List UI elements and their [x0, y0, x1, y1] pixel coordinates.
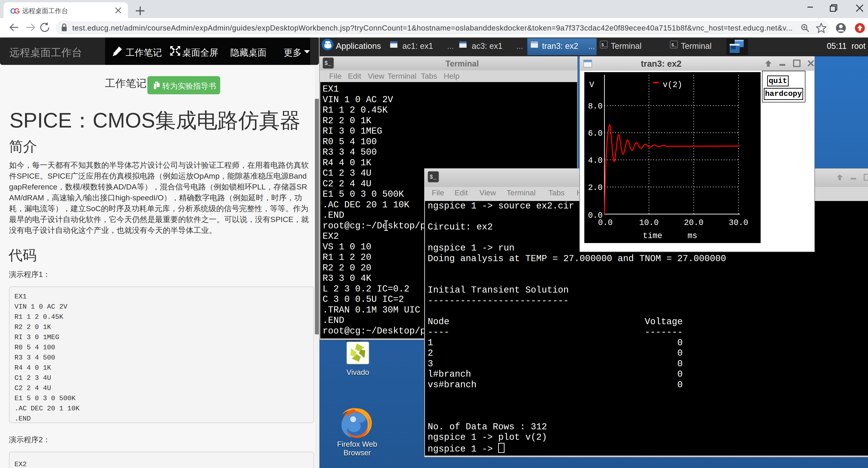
svg-text:30.0: 30.0 [729, 218, 748, 227]
svg-text:6.0: 6.0 [588, 129, 602, 138]
svg-text:2.0: 2.0 [588, 183, 602, 192]
svg-text:$_: $_ [671, 42, 677, 48]
svg-text:time: time [643, 231, 662, 241]
svg-text:0.0: 0.0 [598, 218, 613, 227]
svg-text:20.0: 20.0 [684, 218, 704, 227]
svg-text:v(2): v(2) [663, 80, 682, 90]
svg-text:10.0: 10.0 [639, 218, 659, 227]
svg-text:$_: $_ [324, 60, 332, 67]
svg-text:$_: $_ [430, 174, 437, 180]
svg-text:8.0: 8.0 [588, 102, 602, 111]
svg-text:V: V [589, 80, 594, 90]
svg-text:4.0: 4.0 [588, 156, 602, 165]
svg-text:$_: $_ [601, 42, 607, 48]
svg-text:ms: ms [687, 231, 697, 241]
